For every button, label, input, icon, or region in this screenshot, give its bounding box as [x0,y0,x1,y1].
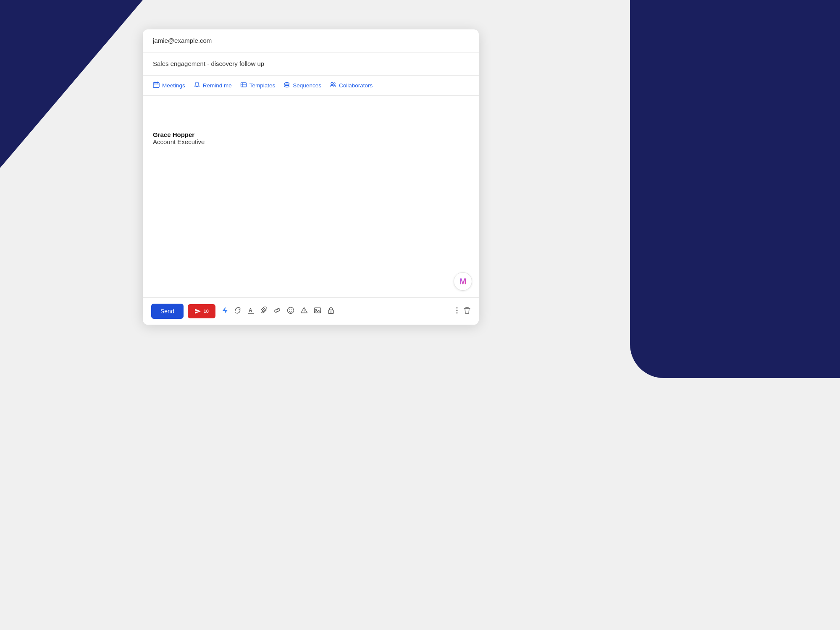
emoji-icon[interactable] [287,307,294,316]
delete-button[interactable] [464,307,470,316]
text-format-icon[interactable]: A [247,307,255,316]
collaborators-button[interactable]: Collaborators [330,81,373,89]
avatar-letter: M [459,277,467,286]
meetings-button[interactable]: Meetings [153,81,185,89]
svg-point-24 [457,307,458,308]
refresh-icon[interactable] [234,307,242,316]
footer-right-actions [456,307,470,316]
remind-me-label: Remind me [203,82,232,89]
image-icon[interactable] [314,307,321,316]
send-button[interactable]: Send [151,304,184,319]
lock-icon[interactable] [327,307,335,316]
sequences-button[interactable]: Sequences [284,81,321,89]
svg-point-26 [457,312,458,313]
templates-icon [240,81,247,89]
calendar-icon [153,81,160,89]
bg-shape-left [0,0,143,168]
svg-point-9 [285,86,289,87]
meetings-label: Meetings [162,82,185,89]
bell-icon [194,81,200,89]
signature-name: Grace Hopper [153,131,469,138]
to-field-row: jamie@example.com [143,29,479,52]
subject-text: Sales engagement - discovery follow up [153,60,264,67]
templates-button[interactable]: Templates [240,81,276,89]
avatar: M [454,272,472,291]
link-icon[interactable] [273,307,281,316]
svg-point-15 [289,309,290,310]
subject-field-row: Sales engagement - discovery follow up [143,52,479,76]
svg-rect-19 [314,308,320,313]
compose-toolbar: Meetings Remind me Templates [143,76,479,96]
svg-point-18 [304,312,304,312]
send-track-button[interactable]: 10 [188,304,215,318]
sequences-icon [284,81,290,89]
svg-point-11 [333,83,335,84]
compose-window: jamie@example.com Sales engagement - dis… [143,29,479,325]
more-options-button[interactable] [456,307,458,316]
send-icon [194,308,201,314]
collaborators-icon [330,81,336,89]
email-signature: Grace Hopper Account Executive [153,131,469,145]
signature-title: Account Executive [153,138,469,145]
templates-label: Templates [249,82,276,89]
svg-point-10 [331,83,333,85]
lightning-icon[interactable] [222,307,228,316]
footer-icons: A [222,307,452,316]
svg-point-14 [287,307,294,313]
paperclip-icon[interactable] [261,307,268,316]
to-address: jamie@example.com [153,37,212,44]
svg-rect-4 [241,83,246,87]
svg-point-25 [457,310,458,311]
compose-footer: Send 10 [143,297,479,325]
alert-icon[interactable] [300,307,308,316]
svg-point-16 [291,309,292,310]
remind-me-button[interactable]: Remind me [194,81,232,89]
compose-body[interactable]: Grace Hopper Account Executive M [143,96,479,297]
collaborators-label: Collaborators [339,82,373,89]
sequences-label: Sequences [293,82,321,89]
svg-point-20 [315,309,317,310]
svg-rect-0 [153,83,159,88]
bg-shape-right [630,0,840,378]
svg-text:A: A [249,307,252,313]
track-number: 10 [204,309,209,314]
